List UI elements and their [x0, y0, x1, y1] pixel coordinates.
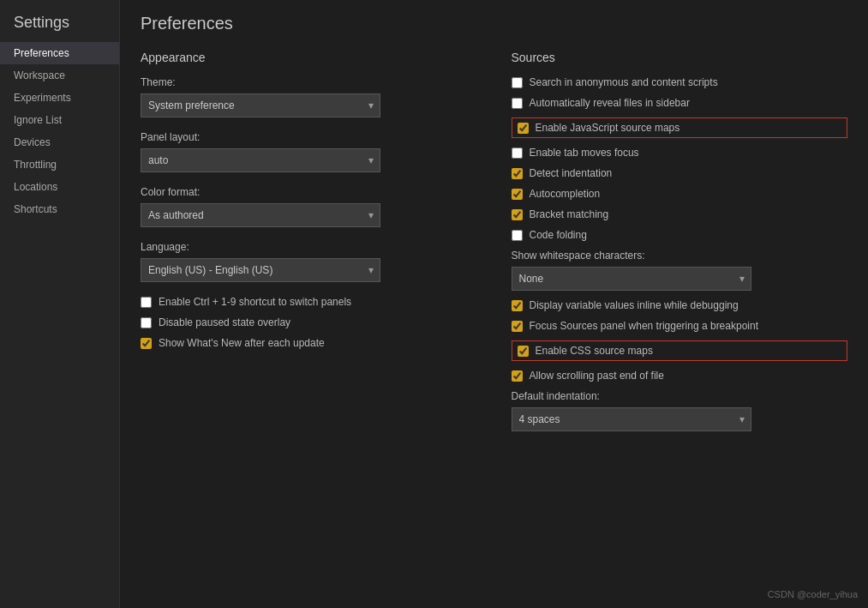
panel-layout-field-group: Panel layout: autohorizontalvertical [141, 131, 477, 172]
panel-layout-select-wrapper: autohorizontalvertical [141, 148, 380, 172]
page-title: Preferences [141, 14, 847, 33]
highlight-checkbox-css-source-maps[interactable]: Enable CSS source maps [512, 340, 848, 361]
left-column: Appearance Theme: System preferenceLight… [141, 51, 477, 445]
default-indent-select[interactable]: 4 spaces2 spaces8 spacesTab character [512, 407, 751, 431]
language-field-group: Language: English (US) - English (US) [141, 241, 477, 282]
theme-select-wrapper: System preferenceLightDark [141, 93, 380, 117]
whitespace-select[interactable]: NoneAllTrailing [512, 267, 751, 291]
default-indent-select-wrapper: 4 spaces2 spaces8 spacesTab character [512, 407, 751, 431]
checkbox-ctrl-shortcut[interactable]: Enable Ctrl + 1-9 shortcut to switch pan… [141, 296, 477, 308]
checkbox-input-ctrl-shortcut[interactable] [141, 297, 152, 308]
checkbox-input-disable-paused[interactable] [141, 317, 152, 328]
checkbox-whats-new[interactable]: Show What's New after each update [141, 337, 477, 349]
sidebar-item-shortcuts[interactable]: Shortcuts [0, 198, 119, 220]
sidebar-item-devices[interactable]: Devices [0, 131, 119, 154]
default-indent-field-group: Default indentation: 4 spaces2 spaces8 s… [512, 390, 848, 431]
default-indent-label: Default indentation: [512, 390, 848, 402]
checkbox-code-folding[interactable]: Code folding [512, 229, 848, 241]
checkbox-reveal-sidebar[interactable]: Automatically reveal files in sidebar [512, 97, 848, 109]
watermark: CSDN @coder_yihua [768, 589, 858, 599]
color-format-select[interactable]: As authoredHEXRGBHSL [141, 203, 380, 227]
language-label: Language: [141, 241, 477, 253]
panel-layout-select[interactable]: autohorizontalvertical [141, 148, 380, 172]
checkbox-autocompletion[interactable]: Autocompletion [512, 188, 848, 200]
sidebar-item-locations[interactable]: Locations [0, 176, 119, 198]
checkbox-label-ctrl-shortcut: Enable Ctrl + 1-9 shortcut to switch pan… [159, 296, 351, 308]
right-column: Sources Search in anonymous and content … [512, 51, 848, 445]
content-columns: Appearance Theme: System preferenceLight… [141, 51, 847, 445]
checkbox-focus-sources[interactable]: Focus Sources panel when triggering a br… [512, 320, 848, 332]
language-select-wrapper: English (US) - English (US) [141, 258, 380, 282]
color-format-label: Color format: [141, 186, 477, 198]
checkbox-display-var[interactable]: Display variable values inline while deb… [512, 299, 848, 311]
whitespace-label: Show whitespace characters: [512, 250, 848, 262]
checkbox-bracket-match[interactable]: Bracket matching [512, 208, 848, 220]
whitespace-select-wrapper: NoneAllTrailing [512, 267, 751, 291]
main-content: Preferences Appearance Theme: System pre… [120, 0, 868, 608]
theme-select[interactable]: System preferenceLightDark [141, 93, 380, 117]
checkbox-disable-paused[interactable]: Disable paused state overlay [141, 316, 477, 328]
theme-label: Theme: [141, 76, 477, 88]
panel-layout-label: Panel layout: [141, 131, 477, 143]
highlight-checkbox-js-source-maps[interactable]: Enable JavaScript source maps [512, 117, 848, 138]
checkbox-anon-scripts[interactable]: Search in anonymous and content scripts [512, 76, 848, 88]
appearance-section-title: Appearance [141, 51, 477, 64]
sidebar: Settings PreferencesWorkspaceExperiments… [0, 0, 120, 608]
color-format-field-group: Color format: As authoredHEXRGBHSL [141, 186, 477, 227]
checkbox-tab-focus[interactable]: Enable tab moves focus [512, 147, 848, 159]
sidebar-item-experiments[interactable]: Experiments [0, 87, 119, 109]
sources-section-title: Sources [512, 51, 848, 64]
sidebar-item-throttling[interactable]: Throttling [0, 154, 119, 176]
language-select[interactable]: English (US) - English (US) [141, 258, 380, 282]
color-format-select-wrapper: As authoredHEXRGBHSL [141, 203, 380, 227]
checkbox-scroll-past-end[interactable]: Allow scrolling past end of file [512, 370, 848, 382]
checkbox-label-disable-paused: Disable paused state overlay [159, 316, 290, 328]
checkbox-label-whats-new: Show What's New after each update [159, 337, 325, 349]
sidebar-item-preferences[interactable]: Preferences [0, 42, 119, 64]
sidebar-item-workspace[interactable]: Workspace [0, 64, 119, 87]
theme-field-group: Theme: System preferenceLightDark [141, 76, 477, 117]
whitespace-group: Show whitespace characters: NoneAllTrail… [512, 250, 848, 291]
sidebar-item-ignore-list[interactable]: Ignore List [0, 109, 119, 131]
checkbox-input-whats-new[interactable] [141, 338, 152, 349]
settings-title: Settings [0, 7, 119, 42]
checkbox-detect-indent[interactable]: Detect indentation [512, 167, 848, 179]
